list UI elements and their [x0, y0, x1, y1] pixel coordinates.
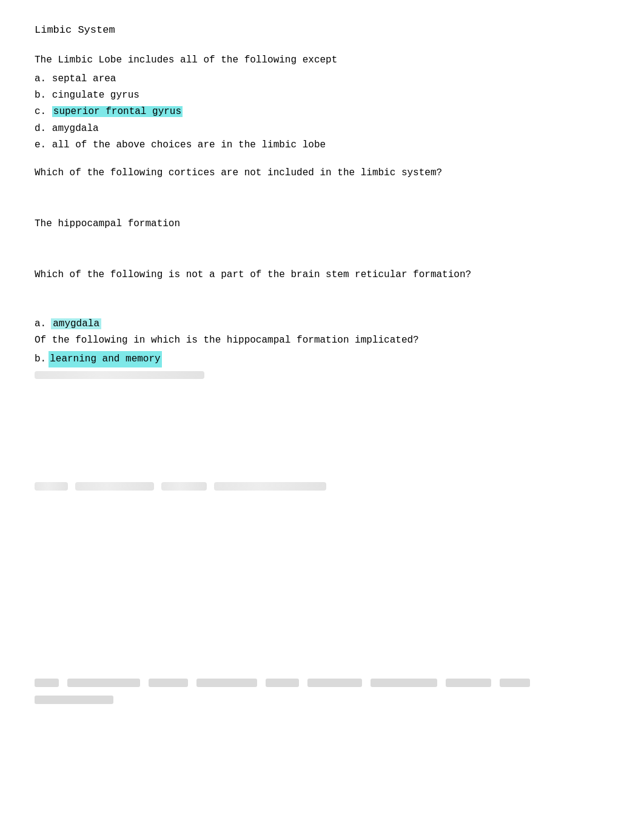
q1-c-highlight: superior frontal gyrus — [52, 106, 183, 117]
q1-option-c: c. superior frontal gyrus — [35, 104, 609, 120]
blank-area-2 — [35, 491, 609, 672]
q5-option-b: b. learning and memory — [35, 351, 609, 367]
page-title: Limbic System — [35, 24, 609, 36]
question-1-block: The Limbic Lobe includes all of the foll… — [35, 53, 609, 153]
q1-option-b: b. cingulate gyrus — [35, 87, 609, 104]
question-2-block: Which of the following cortices are not … — [35, 166, 609, 180]
q5-a-highlight: amygdala — [51, 318, 101, 329]
question-3-block: The hippocampal formation — [35, 216, 609, 231]
footer-blurred-row — [35, 482, 609, 491]
question-5-text: Of the following in which is the hippoca… — [35, 333, 609, 347]
q5-b-highlight: learning and memory — [49, 351, 161, 367]
question-2-text: Which of the following cortices are not … — [35, 166, 609, 180]
question-1-text: The Limbic Lobe includes all of the foll… — [35, 53, 609, 67]
question-5-block: a. amygdala Of the following in which is… — [35, 318, 609, 379]
q5-blurred-above: a. amygdala — [35, 318, 609, 329]
blank-area-1 — [35, 391, 609, 464]
question-4-text: Which of the following is not a part of … — [35, 267, 609, 282]
q1-option-d: d. amygdala — [35, 121, 609, 137]
q1-option-a: a. septal area — [35, 71, 609, 87]
q5-blurred-line — [35, 371, 609, 379]
question-4-block: Which of the following is not a part of … — [35, 267, 609, 282]
q1-option-e: e. all of the above choices are in the l… — [35, 137, 609, 153]
question-3-text: The hippocampal formation — [35, 216, 609, 231]
bottom-blurred-section — [35, 679, 609, 704]
